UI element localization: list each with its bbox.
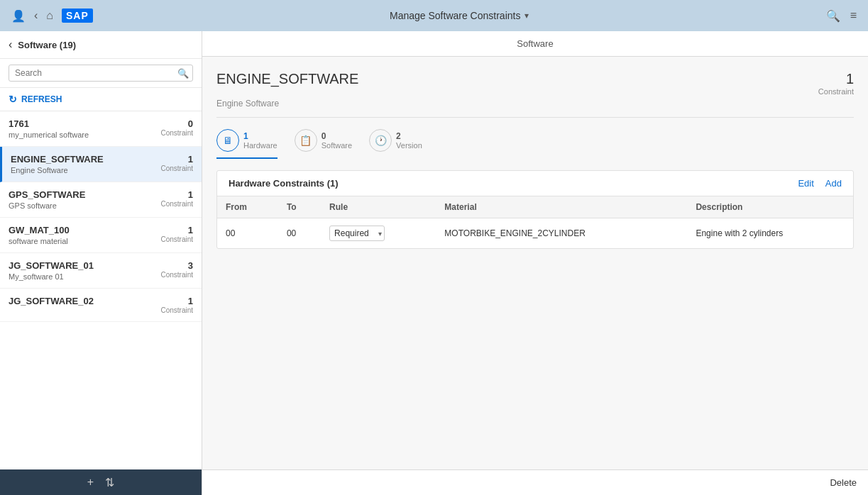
detail-subtitle: Engine Software (216, 99, 854, 118)
col-rule: Rule (321, 196, 436, 218)
sidebar-list: 1761 my_numerical software 0 Constraint … (0, 111, 202, 469)
cell-material: MOTORBIKE_ENGINE_2CYLINDER (436, 218, 687, 249)
tabs: 🖥 1 Hardware 📋 0 Software 🕐 (216, 129, 854, 159)
hardware-icon: 🖥 (216, 129, 239, 152)
detail-title: ENGINE_SOFTWARE (216, 71, 358, 87)
rule-select[interactable]: Required Excluded Optional (329, 226, 385, 241)
table-actions: Edit Add (798, 178, 842, 189)
version-icon: 🕐 (369, 129, 392, 152)
sap-logo: SAP (62, 9, 93, 23)
tab-version[interactable]: 🕐 2 Version (369, 129, 422, 159)
refresh-icon: ↻ (9, 94, 17, 105)
top-bar: 👤 ‹ ⌂ SAP Manage Software Constraints ▾ … (0, 0, 868, 31)
col-material: Material (436, 196, 687, 218)
col-description: Description (687, 196, 853, 218)
main-section-header: Software (202, 31, 868, 57)
constraint-count: 1 (818, 71, 854, 87)
bottom-bar: Delete (202, 469, 868, 495)
software-icon: 📋 (295, 129, 317, 152)
list-item-engine-software[interactable]: ENGINE_SOFTWARE Engine Software 1 Constr… (0, 147, 202, 182)
delete-button[interactable]: Delete (830, 477, 857, 488)
sidebar-title: Software (19) (18, 40, 76, 50)
table-row: 00 00 Required Excluded Optional ▾ (217, 218, 853, 249)
tab-hardware[interactable]: 🖥 1 Hardware (216, 129, 278, 159)
add-constraint-button[interactable]: Add (825, 178, 842, 189)
detail-constraint: 1 Constraint (818, 71, 854, 96)
sidebar: ‹ Software (19) 🔍 ↻ REFRESH 1761 my_nume… (0, 31, 202, 495)
col-from: From (217, 196, 278, 218)
top-bar-right: 🔍 ≡ (826, 9, 857, 23)
sidebar-back-button[interactable]: ‹ (9, 38, 12, 51)
main-content: ENGINE_SOFTWARE 1 Constraint Engine Soft… (202, 57, 868, 469)
cell-to: 00 (278, 218, 321, 249)
table-header-bar: Hardware Constraints (1) Edit Add (217, 171, 853, 196)
list-item-gw-mat-100[interactable]: GW_MAT_100 software material 1 Constrain… (0, 218, 202, 253)
list-item-jg-software-01[interactable]: JG_SOFTWARE_01 My_software 01 3 Constrai… (0, 253, 202, 289)
col-to: To (278, 196, 321, 218)
sort-button[interactable]: ⇅ (105, 476, 114, 489)
cell-from: 00 (217, 218, 278, 249)
tab-software[interactable]: 📋 0 Software (295, 129, 352, 159)
cell-rule[interactable]: Required Excluded Optional ▾ (321, 218, 436, 249)
sidebar-footer: + ⇅ (0, 469, 202, 495)
app-title: Manage Software Constraints (390, 10, 520, 21)
refresh-button[interactable]: ↻ REFRESH (0, 88, 202, 111)
table-header-row: From To Rule Material Description (217, 196, 853, 218)
cell-description: Engine with 2 cylinders (687, 218, 853, 249)
search-input[interactable] (9, 65, 193, 82)
layout: ‹ Software (19) 🔍 ↻ REFRESH 1761 my_nume… (0, 31, 868, 495)
constraint-label: Constraint (818, 87, 854, 96)
sidebar-search-container: 🔍 (0, 59, 202, 88)
list-icon[interactable]: ≡ (850, 9, 857, 22)
hardware-constraints-table: Hardware Constraints (1) Edit Add From T… (216, 170, 854, 249)
detail-header: ENGINE_SOFTWARE 1 Constraint (216, 71, 854, 96)
list-item-gps-software[interactable]: GPS_SOFTWARE GPS software 1 Constraint (0, 182, 202, 218)
list-item-jg-software-02[interactable]: JG_SOFTWARE_02 1 Constraint (0, 289, 202, 322)
edit-button[interactable]: Edit (798, 178, 813, 189)
sidebar-header: ‹ Software (19) (0, 31, 202, 59)
back-icon[interactable]: ‹ (34, 9, 38, 22)
user-icon[interactable]: 👤 (11, 9, 26, 23)
table-section-title: Hardware Constraints (1) (229, 178, 339, 189)
refresh-label: REFRESH (21, 94, 62, 104)
search-inline-icon: 🔍 (177, 68, 189, 79)
top-bar-left: 👤 ‹ ⌂ SAP (11, 9, 93, 23)
search-icon[interactable]: 🔍 (826, 9, 840, 23)
constraints-table: From To Rule Material Description 00 00 (217, 196, 853, 248)
section-label: Software (517, 38, 553, 49)
add-button[interactable]: + (87, 476, 94, 489)
title-chevron[interactable]: ▾ (524, 11, 529, 21)
home-icon[interactable]: ⌂ (46, 9, 53, 22)
list-item[interactable]: 1761 my_numerical software 0 Constraint (0, 111, 202, 147)
top-bar-center: Manage Software Constraints ▾ (390, 10, 529, 21)
main-panel: Software ENGINE_SOFTWARE 1 Constraint En… (202, 31, 868, 495)
